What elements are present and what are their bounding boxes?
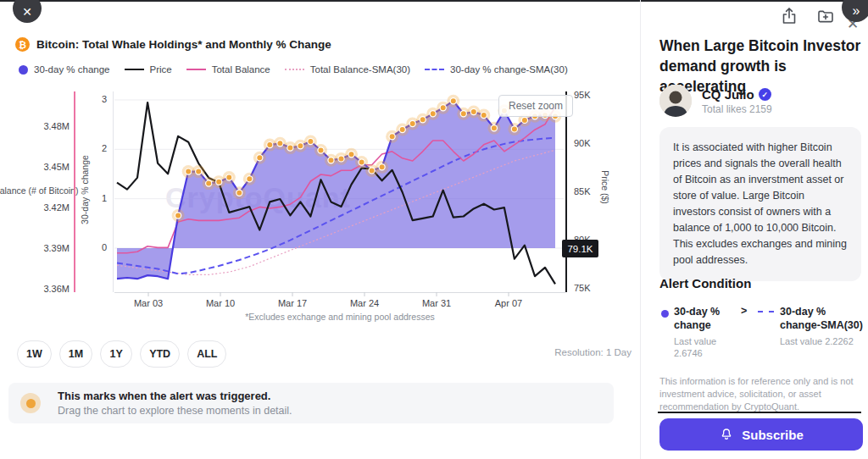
alert-marker [338, 156, 344, 162]
alert-marker [359, 159, 364, 165]
alert-marker [460, 111, 466, 117]
collapse-panel-button[interactable]: » [842, 0, 868, 22]
balance-axis-spine [74, 91, 75, 292]
reset-zoom-button[interactable]: Reset zoom [498, 95, 573, 117]
alert-marker [409, 120, 415, 126]
alert-marker [328, 158, 334, 163]
alert-marker [175, 213, 181, 218]
share-button[interactable] [778, 5, 800, 27]
alert-description: It is associated with higher Bitcoin pri… [659, 127, 861, 281]
alert-marker [521, 117, 527, 123]
alert-marker [420, 117, 426, 123]
double-chevron-right-icon: » [853, 0, 860, 19]
alert-marker-icon [20, 393, 41, 413]
alert-marker [491, 125, 497, 131]
alert-marker [308, 138, 314, 144]
author-avatar[interactable] [659, 85, 692, 117]
alert-marker [348, 152, 354, 158]
alert-marker [511, 126, 517, 132]
subscribe-button[interactable]: Subscribe [659, 418, 863, 451]
alert-marker [247, 176, 253, 182]
alert-marker [206, 180, 212, 186]
price-axis-spine [565, 91, 567, 292]
condition-left: 30-day % change Last value 2.6746 [674, 305, 732, 360]
alert-note-subtitle: Drag the chart to explore these moments … [58, 405, 292, 417]
last-price-badge: 79.1K [562, 240, 598, 257]
range-1m-button[interactable]: 1M [59, 340, 92, 368]
alert-marker [216, 179, 222, 185]
range-selector: 1W 1M 1Y YTD ALL [17, 340, 226, 368]
alert-marker [287, 145, 293, 151]
range-1w-button[interactable]: 1W [17, 340, 52, 368]
alert-marker-core [26, 399, 36, 408]
alert-marker [226, 174, 232, 180]
condition-right-last-value: Last value 2.2262 [780, 335, 866, 348]
author-name-row[interactable]: CQ Julio ✓ [702, 87, 771, 102]
alert-marker [470, 108, 476, 114]
alert-marker [440, 105, 446, 111]
alert-marker [277, 141, 283, 147]
subscribe-label: Subscribe [742, 428, 804, 442]
add-to-folder-button[interactable] [815, 5, 837, 27]
range-1y-button[interactable]: 1Y [100, 340, 132, 368]
condition-right-label: 30-day % change-SMA(30) [780, 305, 866, 333]
alert-marker [430, 111, 436, 117]
alert-note-title: This marks when the alert was triggered. [58, 390, 270, 402]
alert-marker [298, 143, 303, 149]
alert-marker [236, 190, 242, 196]
alert-marker [481, 113, 487, 119]
range-ytd-button[interactable]: YTD [140, 340, 180, 368]
footer-divider [658, 412, 861, 413]
author-name: CQ Julio [702, 87, 754, 102]
chart-canvas[interactable] [0, 0, 644, 339]
range-all-button[interactable]: ALL [187, 340, 226, 368]
disclaimer-text: This information is for reference only a… [659, 375, 861, 412]
plot-left-border [113, 91, 114, 292]
alert-marker [399, 126, 405, 132]
alert-condition-heading: Alert Condition [659, 276, 751, 290]
avatar-person-icon [659, 85, 692, 117]
condition-operator: > [741, 305, 747, 317]
alert-marker [257, 155, 263, 161]
author-likes: Total likes 2159 [702, 103, 772, 115]
alert-marker [369, 168, 375, 174]
pct-change-dot-icon [661, 310, 669, 318]
condition-right: 30-day % change-SMA(30) Last value 2.226… [780, 305, 866, 347]
folder-plus-icon [815, 6, 836, 26]
alert-marker [379, 164, 385, 170]
alert-marker [389, 134, 395, 140]
condition-left-label: 30-day % change [674, 305, 732, 333]
sma-dashed-line-icon [758, 311, 774, 312]
alert-marker [186, 169, 192, 174]
alert-marker [196, 169, 202, 174]
alert-marker [267, 142, 273, 148]
share-icon [779, 6, 799, 26]
alert-marker [318, 147, 324, 153]
verified-badge-icon: ✓ [759, 88, 771, 101]
condition-left-last-value: Last value 2.6746 [674, 335, 732, 361]
bell-icon [719, 427, 734, 442]
alert-marker [450, 98, 456, 104]
resolution-label: Resolution: 1 Day [500, 347, 632, 357]
